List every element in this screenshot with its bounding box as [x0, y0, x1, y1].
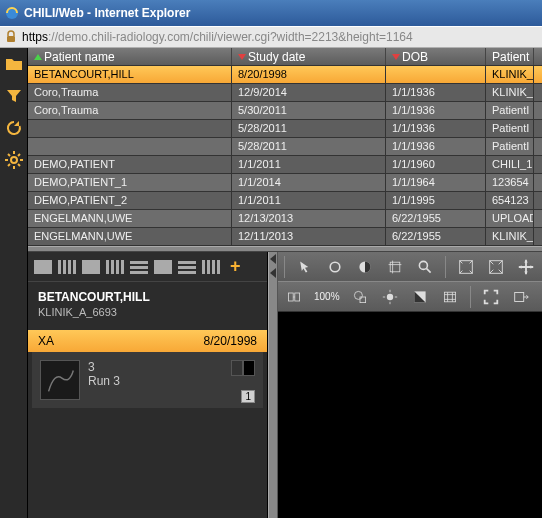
image-canvas[interactable] [278, 312, 542, 518]
cell-patient: PatientI [486, 138, 534, 155]
collapse-left-icon[interactable] [270, 268, 276, 278]
refresh-icon[interactable] [4, 118, 24, 138]
image-viewer: 100% [278, 252, 542, 518]
cell-name: ENGELMANN,UWE [28, 228, 232, 245]
layout-wide-button[interactable] [154, 260, 172, 274]
cell-dob: 1/1/1936 [386, 84, 486, 101]
table-row[interactable]: Coro,Trauma12/9/20141/1/1936KLINIK_ [28, 84, 542, 102]
layout-half-button[interactable] [82, 260, 100, 274]
url-scheme: https [22, 30, 48, 44]
layout-cols-button[interactable] [58, 260, 76, 274]
thumbnail-meta: 3 Run 3 [88, 360, 223, 388]
address-bar[interactable]: https://demo.chili-radiology.com/chili/v… [0, 26, 542, 48]
viewer-toolbar-1 [278, 252, 542, 282]
cell-patient: CHILI_1 [486, 156, 534, 173]
svg-line-8 [18, 164, 20, 166]
cell-study_date: 5/28/2011 [232, 120, 386, 137]
zoom-level: 100% [314, 291, 340, 302]
svg-rect-22 [295, 293, 300, 301]
add-layout-button[interactable]: + [230, 256, 241, 277]
zoom-region-tool[interactable] [350, 287, 370, 307]
table-row[interactable]: ENGELMANN,UWE12/11/20136/22/1955KLINIK_ [28, 228, 542, 246]
collapse-left-icon[interactable] [270, 254, 276, 264]
settings-icon[interactable] [4, 150, 24, 170]
table-row[interactable]: Coro,Trauma5/30/20111/1/1936PatientI [28, 102, 542, 120]
modality-label: XA [38, 334, 54, 348]
cell-study_date: 1/1/2011 [232, 156, 386, 173]
cell-dob: 1/1/1964 [386, 174, 486, 191]
layout-rows-button[interactable] [130, 260, 148, 274]
scroll-link-tool[interactable] [284, 287, 304, 307]
window-titlebar: CHILI/Web - Internet Explorer [0, 0, 542, 26]
table-row[interactable]: 5/28/20111/1/1936PatientI [28, 120, 542, 138]
cell-name: BETANCOURT,HILL [28, 66, 232, 83]
svg-point-17 [419, 261, 427, 269]
zoom-tool[interactable] [415, 257, 435, 277]
cine-tool[interactable] [440, 287, 460, 307]
brightness-tool[interactable] [380, 287, 400, 307]
cell-patient: PatientI [486, 102, 534, 119]
layout-1x1-button[interactable] [34, 260, 52, 274]
series-header[interactable]: XA 8/20/1998 [28, 330, 267, 352]
sort-desc-icon [392, 54, 400, 60]
layout-stack-button[interactable] [178, 260, 196, 274]
table-row[interactable]: DEMO,PATIENT_11/1/20141/1/1964123654 [28, 174, 542, 192]
cell-study_date: 5/28/2011 [232, 138, 386, 155]
cell-patient: KLINIK_ [486, 228, 534, 245]
export-tool[interactable] [511, 287, 531, 307]
col-patient[interactable]: Patient [486, 48, 534, 65]
invert-tool[interactable] [410, 287, 430, 307]
series-thumbnail[interactable] [40, 360, 80, 400]
cell-name: Coro,Trauma [28, 102, 232, 119]
cell-dob: 6/22/1955 [386, 210, 486, 227]
series-desc: Run 3 [88, 374, 223, 388]
sort-asc-icon [34, 54, 42, 60]
fullscreen-tool[interactable] [481, 287, 501, 307]
cell-name: DEMO,PATIENT_2 [28, 192, 232, 209]
cell-name: DEMO,PATIENT [28, 156, 232, 173]
patient-name-label: BETANCOURT,HILL [38, 290, 257, 304]
series-image-count: 1 [241, 390, 255, 403]
pointer-tool[interactable] [295, 257, 315, 277]
url-rest: ://demo.chili-radiology.com/chili/viewer… [48, 30, 413, 44]
svg-rect-32 [444, 292, 455, 302]
col-patient-name[interactable]: Patient name [28, 48, 232, 65]
col-dob[interactable]: DOB [386, 48, 486, 65]
svg-point-12 [330, 262, 340, 272]
cell-patient: UPLOAD [486, 210, 534, 227]
contrast-tool[interactable] [355, 257, 375, 277]
cell-patient: 654123 [486, 192, 534, 209]
table-row[interactable]: 5/28/20111/1/1936PatientI [28, 138, 542, 156]
svg-rect-25 [360, 297, 366, 303]
table-row[interactable]: ENGELMANN,UWE12/13/20136/22/1955UPLOAD [28, 210, 542, 228]
table-row[interactable]: BETANCOURT,HILL8/20/1998KLINIK_ [28, 66, 542, 84]
fit-tool[interactable] [456, 257, 476, 277]
table-row[interactable]: DEMO,PATIENT_21/1/20111/1/1995654123 [28, 192, 542, 210]
svg-point-26 [386, 293, 392, 299]
crop-tool[interactable] [385, 257, 405, 277]
patient-info: BETANCOURT,HILL KLINIK_A_6693 [28, 282, 267, 330]
cell-study_date: 12/9/2014 [232, 84, 386, 101]
folder-icon[interactable] [4, 54, 24, 74]
layout-thin-button[interactable] [202, 260, 220, 274]
cell-name: ENGELMANN,UWE [28, 210, 232, 227]
cell-dob: 1/1/1960 [386, 156, 486, 173]
pan-tool[interactable] [516, 257, 536, 277]
lock-icon [4, 30, 18, 44]
toolbar-separator [284, 256, 285, 278]
svg-line-7 [8, 154, 10, 156]
col-study-date[interactable]: Study date [232, 48, 386, 65]
svg-rect-37 [514, 292, 523, 301]
svg-rect-21 [288, 293, 293, 301]
vertical-splitter[interactable] [268, 252, 278, 518]
layout-grid-button[interactable] [106, 260, 124, 274]
toolbar-separator [445, 256, 446, 278]
patient-id-label: KLINIK_A_6693 [38, 306, 257, 318]
filter-icon[interactable] [4, 86, 24, 106]
cell-dob: 1/1/1995 [386, 192, 486, 209]
circle-tool[interactable] [325, 257, 345, 277]
actual-size-tool[interactable] [486, 257, 506, 277]
series-thumbnail-row[interactable]: 3 Run 3 1 [32, 352, 263, 408]
cell-study_date: 12/13/2013 [232, 210, 386, 227]
table-row[interactable]: DEMO,PATIENT1/1/20111/1/1960CHILI_1 [28, 156, 542, 174]
